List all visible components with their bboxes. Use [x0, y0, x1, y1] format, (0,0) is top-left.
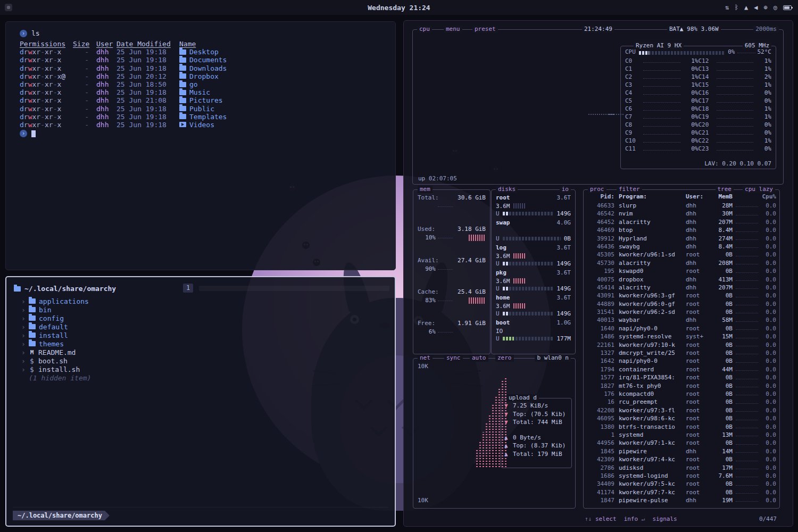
- bluetooth-icon[interactable]: ᛒ: [735, 4, 738, 11]
- process-name: kworker/u97:5-kc: [614, 480, 686, 488]
- list-item[interactable]: › (1 hidden item): [6, 373, 179, 382]
- process-row[interactable]: 41174 kworker/u97:7-kc root 0B 0.0: [587, 488, 776, 496]
- command-text: ls: [31, 29, 40, 38]
- core-graph: [643, 102, 680, 103]
- list-item[interactable]: › install: [6, 331, 179, 339]
- process-row[interactable]: 16 rcu_preempt root 0B 0.0: [587, 398, 776, 406]
- process-panel-title[interactable]: proc: [588, 186, 606, 193]
- process-row[interactable]: 1380 btrfs-transactio root 0B 0.0: [587, 423, 776, 431]
- process-row[interactable]: 1845 pipewire dhh 14M 0.0: [587, 447, 776, 455]
- workspace-indicator[interactable]: [5, 4, 12, 11]
- list-item[interactable]: › applications: [6, 297, 179, 305]
- process-row[interactable]: 46633 slurp dhh 28M 0.0: [587, 202, 776, 210]
- process-user: root: [686, 406, 710, 414]
- signals-action[interactable]: signals: [652, 516, 677, 522]
- disks-panel-title[interactable]: disks: [496, 186, 518, 193]
- header-memory[interactable]: MemB: [710, 193, 733, 202]
- process-memory: 15M: [710, 332, 733, 340]
- process-row[interactable]: 46452 alacritty dhh 207M 0.0: [587, 218, 776, 226]
- process-row[interactable]: 39912 Hyprland dhh 274M 0.0: [587, 235, 776, 243]
- preset-button[interactable]: preset: [472, 26, 498, 33]
- list-item[interactable]: › config: [6, 314, 179, 322]
- process-row[interactable]: 1327 dmcrypt_write/25 root 0B 0.0: [587, 349, 776, 357]
- memory-panel-title[interactable]: mem: [418, 186, 433, 193]
- process-row[interactable]: 46469 btop dhh 8.4M 0.0: [587, 226, 776, 234]
- process-row[interactable]: 46436 swaybg dhh 8.4M 0.0: [587, 243, 776, 251]
- process-memory: 0B: [710, 455, 733, 463]
- process-row[interactable]: 34409 kworker/u97:5-kc root 0B 0.0: [587, 480, 776, 488]
- process-memory: 0B: [710, 251, 733, 259]
- list-item[interactable]: › default: [6, 322, 179, 331]
- update-interval[interactable]: 2000ms: [753, 26, 779, 33]
- process-row[interactable]: 1486 systemd-resolve syst+ 15M 0.0: [587, 332, 776, 340]
- process-row[interactable]: 1577 irq/81-PIXA3854: root 0B 0.0: [587, 373, 776, 381]
- process-pid: 46633: [587, 202, 614, 210]
- tree-toggle[interactable]: tree: [716, 186, 734, 193]
- wifi-icon[interactable]: ▲: [744, 4, 748, 11]
- process-row[interactable]: 1847 pipewire-pulse dhh 19M 0.0: [587, 496, 776, 504]
- updates-icon[interactable]: ⇅: [725, 4, 729, 11]
- process-row[interactable]: 44889 kworker/u96:0-gf root 0B 0.0: [587, 300, 776, 308]
- process-row[interactable]: 43091 kworker/u96:3-gf root 0B 0.0: [587, 292, 776, 300]
- cpu-panel-title[interactable]: cpu: [417, 26, 432, 33]
- process-row[interactable]: 31541 kworker/u96:2-sd root 0B 0.0: [587, 308, 776, 316]
- upload-arrow-icon: ▲: [504, 451, 510, 458]
- list-item[interactable]: › themes: [6, 339, 179, 348]
- process-row[interactable]: 176 kcompactd0 root 0B 0.0: [587, 390, 776, 398]
- network-device[interactable]: b wlan0 n: [535, 354, 571, 362]
- io-toggle[interactable]: io: [560, 186, 571, 193]
- core-row: C4 0%: [625, 89, 699, 97]
- process-row[interactable]: 1827 mt76-tx phy0 root 0B 0.0: [587, 382, 776, 390]
- info-action[interactable]: info ↵: [624, 516, 645, 522]
- process-cpu: 0.0: [760, 464, 776, 472]
- core-percent: 0%: [683, 97, 699, 104]
- volume-icon[interactable]: ◀: [754, 4, 758, 11]
- process-row[interactable]: 46542 nvim dhh 30M 0.0: [587, 210, 776, 218]
- network-icon[interactable]: ⊕: [764, 4, 768, 11]
- process-row[interactable]: 2786 udisksd root 17M 0.0: [587, 464, 776, 472]
- process-row[interactable]: 1 systemd root 13M 0.0: [587, 431, 776, 439]
- sort-selector[interactable]: cpu lazy: [743, 186, 775, 193]
- list-item[interactable]: › M README.md: [6, 348, 179, 356]
- process-row[interactable]: 44956 kworker/u97:1-kc root 0B 0.0: [587, 439, 776, 447]
- process-row[interactable]: 1686 systemd-logind root 7.6M 0.0: [587, 472, 776, 480]
- list-item[interactable]: › $ install.sh: [6, 365, 179, 373]
- process-pid: 2786: [587, 464, 614, 472]
- process-row[interactable]: 40013 waybar dhh 58M 0.0: [587, 316, 776, 324]
- prompt-line[interactable]: ›: [20, 129, 395, 138]
- menu-button[interactable]: menu: [444, 26, 462, 33]
- process-row[interactable]: 46095 kworker/u98:6-kc root 0B 0.0: [587, 414, 776, 422]
- sync-toggle[interactable]: sync: [444, 354, 463, 362]
- header-program[interactable]: Program:: [614, 193, 686, 202]
- process-row[interactable]: 40075 dropbox dhh 413M 0.0: [587, 276, 776, 284]
- file-size: -: [73, 88, 92, 96]
- process-row[interactable]: 42309 kworker/u97:4-kc root 0B 0.0: [587, 455, 776, 463]
- list-item[interactable]: › $ boot.sh: [6, 356, 179, 365]
- process-row[interactable]: 195 kswapd0 root 0B 0.0: [587, 267, 776, 275]
- process-row[interactable]: 1640 napi/phy0-0 root 0B 0.0: [587, 325, 776, 332]
- header-pid[interactable]: Pid:: [587, 193, 614, 202]
- process-row[interactable]: 42208 kworker/u97:3-fl root 0B 0.0: [587, 406, 776, 414]
- network-panel-title[interactable]: net: [418, 354, 433, 362]
- process-row[interactable]: 1642 napi/phy0-0 root 0B 0.0: [587, 357, 776, 365]
- process-row[interactable]: 22161 kworker/u97:10-k root 0B 0.0: [587, 341, 776, 349]
- disk-activity-graph: [513, 203, 526, 209]
- tab-indicator[interactable]: 1: [183, 284, 193, 293]
- process-name: kworker/u96:3-gf: [614, 292, 686, 300]
- zero-toggle[interactable]: zero: [495, 354, 514, 362]
- battery-icon[interactable]: [783, 5, 792, 10]
- filter-button[interactable]: filter: [617, 186, 642, 193]
- select-action[interactable]: ↑↓ select: [585, 516, 617, 522]
- process-row[interactable]: 45414 alacritty dhh 207M 0.0: [587, 284, 776, 292]
- process-memory: 28M: [710, 202, 733, 210]
- auto-toggle[interactable]: auto: [470, 354, 488, 362]
- core-label: C11: [625, 145, 641, 152]
- process-row[interactable]: 45305 kworker/u96:1-sd root 0B 0.0: [587, 251, 776, 259]
- header-user[interactable]: User:: [686, 193, 710, 202]
- process-row[interactable]: 45730 alacritty dhh 208M 0.0: [587, 259, 776, 267]
- list-item[interactable]: › bin: [6, 305, 179, 314]
- process-memory-graph: [736, 247, 758, 248]
- process-row[interactable]: 1794 containerd root 44M 0.0: [587, 365, 776, 373]
- session-icon[interactable]: ◎: [774, 4, 777, 11]
- header-cpu[interactable]: Cpu%: [760, 193, 776, 202]
